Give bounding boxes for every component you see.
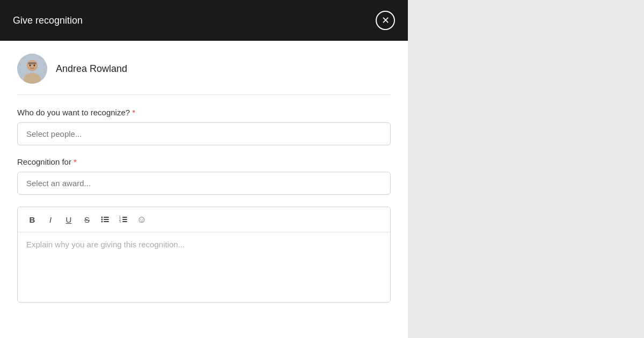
svg-rect-5 <box>28 62 36 64</box>
right-area <box>408 0 644 338</box>
modal-container: Give recognition ✕ <box>0 0 408 338</box>
ordered-list-button[interactable]: 1. 2. 3. <box>115 211 131 227</box>
svg-rect-13 <box>104 221 109 222</box>
modal-body: Andrea Rowland Who do you want to recogn… <box>0 41 408 338</box>
close-icon: ✕ <box>382 16 390 25</box>
underline-button[interactable]: U <box>61 211 77 227</box>
svg-rect-11 <box>104 219 109 220</box>
unordered-list-icon <box>101 215 109 224</box>
select-people-input[interactable] <box>17 122 391 145</box>
unordered-list-button[interactable] <box>97 211 113 227</box>
svg-point-8 <box>101 217 103 218</box>
message-input[interactable]: Explain why you are giving this recognit… <box>18 232 390 302</box>
close-button[interactable]: ✕ <box>376 11 395 30</box>
bold-button[interactable]: B <box>24 211 40 227</box>
svg-point-7 <box>34 65 35 67</box>
svg-rect-17 <box>122 219 127 220</box>
required-star-who: * <box>132 108 135 117</box>
svg-point-10 <box>101 219 103 221</box>
emoji-button[interactable]: ☺ <box>134 211 150 227</box>
svg-rect-9 <box>104 217 109 218</box>
main-layout: Give recognition ✕ <box>0 0 644 338</box>
svg-rect-15 <box>122 217 127 218</box>
who-label: Who do you want to recognize? * <box>17 108 391 117</box>
message-placeholder: Explain why you are giving this recognit… <box>26 240 185 249</box>
italic-button[interactable]: I <box>42 211 58 227</box>
strikethrough-button[interactable]: S <box>79 211 95 227</box>
svg-text:3.: 3. <box>119 220 121 223</box>
avatar <box>17 54 47 84</box>
rich-editor: B I U S <box>17 207 391 303</box>
svg-rect-19 <box>122 221 127 222</box>
select-award-input[interactable] <box>17 172 391 195</box>
recognition-label: Recognition for * <box>17 157 391 166</box>
modal-title: Give recognition <box>13 15 83 26</box>
svg-point-12 <box>101 221 103 223</box>
who-field-section: Who do you want to recognize? * <box>17 108 391 145</box>
svg-point-6 <box>30 65 31 67</box>
required-star-recognition: * <box>74 157 77 166</box>
editor-toolbar: B I U S <box>18 207 390 232</box>
modal-header: Give recognition ✕ <box>0 0 408 41</box>
ordered-list-icon: 1. 2. 3. <box>119 215 128 224</box>
user-section: Andrea Rowland <box>17 54 391 95</box>
recognition-field-section: Recognition for * <box>17 157 391 195</box>
user-name: Andrea Rowland <box>56 63 127 75</box>
